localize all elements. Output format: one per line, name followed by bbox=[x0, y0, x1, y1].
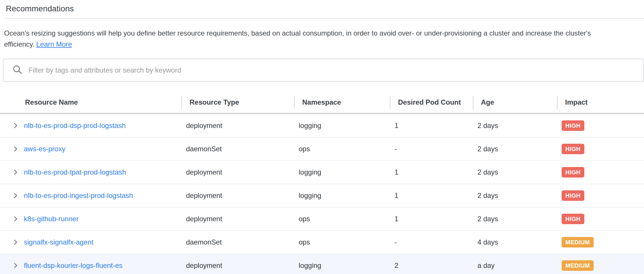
desired-pod-count-cell: 2 bbox=[390, 261, 473, 270]
table-row: nlb-to-es-prod-tpat-prod-logstash deploy… bbox=[0, 161, 644, 184]
resource-name-cell: nlb-to-es-prod-ingest-prod-logstash bbox=[0, 192, 181, 200]
table-row: signalfx-signalfx-agent daemonSet ops - … bbox=[0, 231, 644, 254]
impact-cell: MEDIUM bbox=[557, 260, 644, 271]
resource-type-cell: deployment bbox=[181, 168, 294, 176]
impact-cell: HIGH bbox=[557, 120, 644, 131]
resource-type-cell: deployment bbox=[181, 215, 294, 223]
resource-type-cell: deployment bbox=[181, 192, 294, 200]
impact-badge: MEDIUM bbox=[562, 237, 594, 247]
impact-badge: MEDIUM bbox=[562, 260, 594, 271]
namespace-cell: logging bbox=[294, 192, 390, 200]
impact-badge: HIGH bbox=[562, 214, 584, 224]
expand-chevron-right-icon[interactable] bbox=[12, 122, 19, 129]
namespace-cell: ops bbox=[294, 238, 390, 246]
age-cell: 2 days bbox=[473, 168, 557, 176]
search-bar[interactable] bbox=[3, 59, 644, 82]
age-cell: 2 days bbox=[473, 145, 557, 153]
age-cell: a day bbox=[473, 261, 557, 270]
namespace-cell: logging bbox=[294, 168, 390, 176]
desired-pod-count-cell: - bbox=[390, 145, 473, 153]
resource-type-cell: deployment bbox=[181, 122, 294, 130]
title-divider bbox=[4, 18, 644, 19]
table-header-row: Resource Name Resource Type Namespace De… bbox=[0, 92, 644, 113]
expand-chevron-right-icon[interactable] bbox=[12, 238, 19, 246]
resource-name-link[interactable]: nlb-to-es-prod-ingest-prod-logstash bbox=[24, 192, 133, 200]
impact-badge: HIGH bbox=[562, 144, 584, 154]
recommendations-table: Resource Name Resource Type Namespace De… bbox=[0, 92, 644, 274]
table-body: nlb-to-es-prod-dsp-prod-logstash deploym… bbox=[0, 114, 644, 274]
desired-pod-count-cell: 1 bbox=[390, 215, 473, 223]
impact-cell: HIGH bbox=[557, 167, 644, 178]
desired-pod-count-cell: 1 bbox=[390, 168, 473, 176]
table-row: k8s-github-runner deployment ops 1 2 day… bbox=[0, 208, 644, 231]
resource-name-link[interactable]: k8s-github-runner bbox=[24, 215, 79, 223]
age-cell: 2 days bbox=[473, 122, 557, 130]
resource-name-cell: nlb-to-es-prod-dsp-prod-logstash bbox=[0, 122, 181, 130]
namespace-cell: ops bbox=[294, 215, 390, 223]
namespace-cell: logging bbox=[294, 122, 390, 130]
expand-chevron-right-icon[interactable] bbox=[12, 145, 19, 153]
resource-type-cell: daemonSet bbox=[181, 238, 294, 246]
impact-badge: HIGH bbox=[562, 120, 584, 131]
search-icon bbox=[12, 64, 23, 76]
search-input[interactable] bbox=[29, 62, 643, 79]
impact-cell: HIGH bbox=[557, 190, 644, 201]
age-cell: 2 days bbox=[473, 192, 557, 200]
resource-name-cell: nlb-to-es-prod-tpat-prod-logstash bbox=[0, 168, 181, 176]
description-text: Ocean's resizing suggestions will help y… bbox=[4, 29, 591, 48]
desired-pod-count-cell: 1 bbox=[390, 192, 473, 200]
column-header-desired-pod-count: Desired Pod Count bbox=[390, 98, 473, 106]
expand-chevron-right-icon[interactable] bbox=[12, 192, 19, 199]
column-header-namespace: Namespace bbox=[294, 98, 390, 106]
resource-name-link[interactable]: aws-es-proxy bbox=[24, 145, 66, 153]
resource-name-link[interactable]: fluent-dsp-kourier-logs-fluent-es bbox=[24, 261, 123, 270]
namespace-cell: ops bbox=[294, 145, 390, 153]
impact-cell: HIGH bbox=[557, 144, 644, 154]
page-title: Recommendations bbox=[0, 0, 644, 13]
expand-chevron-right-icon[interactable] bbox=[12, 168, 19, 176]
table-row: aws-es-proxy daemonSet ops - 2 days HIGH bbox=[0, 138, 644, 161]
namespace-cell: logging bbox=[294, 261, 390, 270]
column-header-impact: Impact bbox=[557, 98, 644, 106]
resource-name-link[interactable]: signalfx-signalfx-agent bbox=[24, 238, 93, 246]
resource-name-cell: aws-es-proxy bbox=[0, 145, 181, 153]
learn-more-link[interactable]: Learn More bbox=[36, 40, 72, 48]
column-header-resource-type: Resource Type bbox=[181, 98, 294, 106]
resource-type-cell: deployment bbox=[181, 261, 294, 270]
column-header-resource-name: Resource Name bbox=[0, 98, 181, 106]
impact-cell: HIGH bbox=[557, 214, 644, 224]
table-row: nlb-to-es-prod-dsp-prod-logstash deploym… bbox=[0, 114, 644, 138]
impact-badge: HIGH bbox=[562, 190, 584, 201]
desired-pod-count-cell: 1 bbox=[390, 122, 473, 130]
impact-badge: HIGH bbox=[562, 167, 584, 178]
expand-chevron-right-icon[interactable] bbox=[12, 262, 19, 269]
column-header-age: Age bbox=[473, 98, 557, 106]
resource-name-link[interactable]: nlb-to-es-prod-dsp-prod-logstash bbox=[24, 122, 126, 130]
resource-name-cell: fluent-dsp-kourier-logs-fluent-es bbox=[0, 261, 181, 270]
description: Ocean's resizing suggestions will help y… bbox=[4, 28, 638, 50]
expand-chevron-right-icon[interactable] bbox=[12, 215, 19, 223]
desired-pod-count-cell: - bbox=[390, 238, 473, 246]
age-cell: 4 days bbox=[473, 238, 557, 246]
resource-name-link[interactable]: nlb-to-es-prod-tpat-prod-logstash bbox=[24, 168, 126, 176]
age-cell: 2 days bbox=[473, 215, 557, 223]
impact-cell: MEDIUM bbox=[557, 237, 644, 247]
resource-name-cell: k8s-github-runner bbox=[0, 215, 181, 223]
table-row: fluent-dsp-kourier-logs-fluent-es deploy… bbox=[0, 254, 644, 274]
resource-type-cell: daemonSet bbox=[181, 145, 294, 153]
table-row: nlb-to-es-prod-ingest-prod-logstash depl… bbox=[0, 184, 644, 208]
resource-name-cell: signalfx-signalfx-agent bbox=[0, 238, 181, 246]
recommendations-page: Recommendations Ocean's resizing suggest… bbox=[0, 0, 644, 274]
